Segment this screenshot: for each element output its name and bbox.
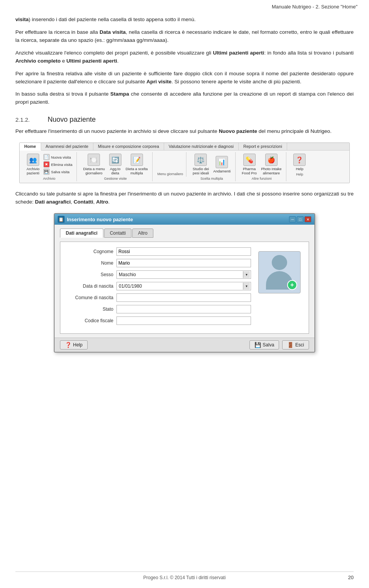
help-button[interactable]: ❓ Help — [292, 153, 307, 172]
page-header: Manuale Nutrigeo - 2. Sezione "Home" — [0, 0, 369, 12]
help-icon: ❓ — [293, 154, 306, 166]
salva-footer-label: Salva — [263, 342, 274, 348]
input-stato[interactable] — [116, 305, 251, 313]
dialog-body: Dati anagrafici Contatti Altro Cognome N… — [55, 225, 314, 338]
page-number: 20 — [348, 575, 354, 580]
archivio-row: 👥 Archiviopazienti 📄 Nuova visita ✖ Elim… — [25, 153, 73, 176]
pharma-food-button[interactable]: 💊 PharmaFood Pro — [240, 153, 258, 176]
elimina-visita-button[interactable]: ✖ Elimina visita — [42, 161, 73, 168]
ribbon-body: 👥 Archiviopazienti 📄 Nuova visita ✖ Elim… — [20, 151, 349, 183]
label-stato: Stato — [66, 306, 116, 312]
paragraph-7: Cliccando su tale pulsante si apre la fi… — [15, 190, 354, 206]
section-heading: 2.1.2. Nuovo paziente — [15, 116, 354, 124]
label-sesso: Sesso — [66, 272, 116, 277]
data-visita-bold: Data visita — [100, 29, 126, 35]
section-number: 2.1.2. — [15, 116, 38, 123]
andamenti-button[interactable]: 📊 Andamenti — [212, 155, 232, 174]
tab-dati-anagrafici[interactable]: Dati anagrafici — [60, 229, 103, 238]
avatar-plus-icon[interactable]: + — [287, 280, 297, 290]
photo-intake-button[interactable]: 🍎 Photo Intakealimentare — [259, 153, 283, 176]
salva-footer-button[interactable]: 💾 Salva — [249, 340, 279, 349]
dialog-minimize-button[interactable]: ─ — [289, 216, 296, 222]
aggto-dieta-button[interactable]: 🔄 Agg.todieta — [108, 153, 123, 176]
ribbon-group-altre: ⚖️ Studio deipesi ideali 📊 Andamenti Sce… — [188, 152, 236, 181]
label-codice-fiscale: Codice fiscale — [66, 318, 116, 323]
dialog-titlebar: 📋 Inserimento nuovo paziente ─ □ ✕ — [55, 214, 314, 225]
altri-label: Altre funzioni — [252, 177, 272, 181]
dialog-title-text: Inserimento nuovo paziente — [67, 217, 133, 222]
ultimi-pazienti-bold: Ultimi pazienti aperti — [213, 50, 264, 56]
nuovo-paziente-bold: Nuovo paziente — [219, 128, 257, 134]
dialog-controls: ─ □ ✕ — [289, 216, 311, 222]
dialog-titlebar-left: 📋 Inserimento nuovo paziente — [58, 216, 133, 223]
altre-row: ⚖️ Studio deipesi ideali 📊 Andamenti — [191, 153, 232, 176]
dialog-footer-right: 💾 Salva 🚪 Esci — [249, 340, 309, 349]
ribbon-tabs: Home Anamnesi del paziente Misure e comp… — [20, 143, 349, 151]
dieta-scelta-icon: 📝 — [131, 154, 143, 166]
avatar-placeholder[interactable]: + — [258, 251, 301, 293]
dialog-inserimento: 📋 Inserimento nuovo paziente ─ □ ✕ Dati … — [54, 213, 315, 353]
studio-pesi-icon: ⚖️ — [194, 154, 207, 166]
paragraph-4: Per aprire la finestra relativa alle vis… — [15, 70, 354, 86]
form-row-comune: Comune di nascita — [66, 293, 251, 302]
archivio-pazienti-button[interactable]: 👥 Archiviopazienti — [25, 153, 41, 176]
footer-text: Progeo S.r.l. © 2014 Tutti i diritti ris… — [143, 575, 226, 580]
form-row-cognome: Cognome — [66, 247, 251, 256]
stampa-bold: Stampa — [110, 91, 129, 97]
form-row-sesso: Sesso Maschio ▼ — [66, 270, 251, 279]
pharma-food-icon: 💊 — [243, 154, 256, 166]
dialog-form-right: + — [256, 247, 303, 328]
content-area: visita) inserendo i dati del paziente ne… — [0, 12, 369, 367]
dialog-icon: 📋 — [58, 216, 65, 223]
altre-label: Scelta multipla — [200, 177, 223, 181]
page-footer: Progeo S.r.l. © 2014 Tutti i diritti ris… — [15, 571, 354, 580]
archivio-label: Archivio — [43, 177, 55, 181]
visita-bold: visita — [15, 17, 29, 22]
dieta-menu-button[interactable]: 🍽️ Dieta a menugiornaliero — [81, 153, 106, 176]
paragraph-5: In basso sulla destra si trova il pulsan… — [15, 90, 354, 106]
ribbon-tab-report[interactable]: Report e prescrizioni — [239, 143, 287, 150]
ribbon-tab-valutazione[interactable]: Valutazione nutrizionale e diagnosi — [164, 143, 239, 150]
tab-contatti[interactable]: Contatti — [104, 229, 131, 238]
salva-footer-icon: 💾 — [254, 342, 261, 348]
tab-altro[interactable]: Altro — [132, 229, 153, 238]
form-row-nome: Nome — [66, 259, 251, 267]
dialog-footer: ❓ Help 💾 Salva 🚪 Esci — [55, 338, 314, 352]
salva-visita-button[interactable]: 💾 Salva visita — [42, 168, 73, 175]
nuova-visita-button[interactable]: 📄 Nuova visita — [42, 154, 73, 161]
select-data-nascita[interactable]: 01/01/1980 ▼ — [116, 282, 251, 290]
ribbon-group-gestione: 🍽️ Dieta a menugiornaliero 🔄 Agg.todieta… — [78, 152, 153, 181]
select-sesso[interactable]: Maschio ▼ — [116, 270, 251, 279]
gestione-label: Gestione visite — [104, 177, 127, 181]
dialog-close-button[interactable]: ✕ — [304, 216, 311, 222]
input-nome[interactable] — [116, 259, 251, 267]
contatti-bold: Contatti — [74, 199, 93, 205]
altri-row: 💊 PharmaFood Pro 🍎 Photo Intakealimentar… — [240, 153, 283, 176]
salva-visita-icon: 💾 — [43, 169, 50, 175]
ribbon-tab-home[interactable]: Home — [20, 143, 41, 151]
esci-footer-label: Esci — [295, 342, 304, 348]
label-cognome: Cognome — [66, 249, 116, 254]
esci-footer-icon: 🚪 — [287, 342, 294, 348]
select-sesso-arrow: ▼ — [243, 271, 250, 278]
select-data-nascita-arrow: ▼ — [243, 283, 250, 290]
input-codice-fiscale[interactable] — [116, 316, 251, 325]
photo-intake-icon: 🍎 — [265, 154, 278, 166]
input-comune[interactable] — [116, 293, 251, 302]
dialog-maximize-button[interactable]: □ — [297, 216, 304, 222]
ribbon-tab-misure[interactable]: Misure e composizione corporea — [93, 143, 164, 150]
studio-pesi-button[interactable]: ⚖️ Studio deipesi ideali — [191, 153, 210, 176]
label-data-nascita: Data di nascita — [66, 283, 116, 289]
ribbon-tab-anamnesi[interactable]: Anamnesi del paziente — [41, 143, 93, 150]
page-title: Manuale Nutrigeo - 2. Sezione "Home" — [272, 4, 357, 10]
select-sesso-value: Maschio — [118, 272, 136, 277]
dialog-form-left: Cognome Nome Sesso Maschio ▼ — [66, 247, 251, 328]
dieta-scelta-button[interactable]: 📝 Dieta a sceltamultipla — [124, 153, 150, 176]
help-footer-button[interactable]: ❓ Help — [60, 340, 88, 349]
input-cognome[interactable] — [116, 247, 251, 256]
esci-footer-button[interactable]: 🚪 Esci — [282, 340, 309, 349]
elimina-visita-icon: ✖ — [43, 161, 50, 167]
archivio-completo-bold: Archivio completo — [15, 58, 61, 64]
dieta-menu-icon: 🍽️ — [88, 154, 100, 166]
ribbon-container: Home Anamnesi del paziente Misure e comp… — [19, 142, 350, 183]
